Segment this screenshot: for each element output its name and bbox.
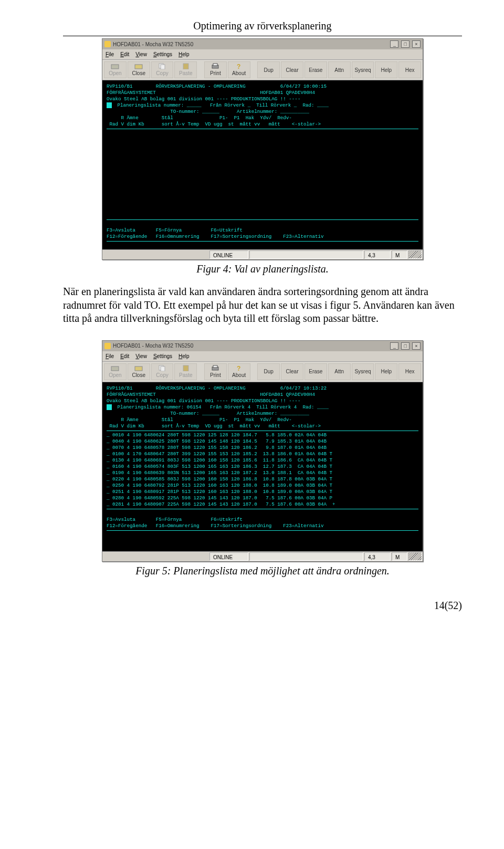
menubar: File Edit View Settings Help bbox=[102, 49, 423, 60]
paste-icon bbox=[182, 63, 190, 69]
print-button[interactable]: Print bbox=[204, 61, 227, 78]
window-title: HOFDAB01 - Mocha W32 TN5250 bbox=[113, 41, 193, 48]
svg-rect-11 bbox=[161, 366, 165, 371]
document-page: Optimering av rörverksplanering HOFDAB01… bbox=[0, 0, 504, 631]
body-paragraph: När en planeringslista är vald kan använ… bbox=[63, 285, 462, 326]
attn-button[interactable]: Attn bbox=[328, 61, 351, 78]
folder-closed-icon bbox=[134, 365, 143, 371]
menubar: File Edit View Settings Help bbox=[102, 351, 423, 362]
close-button[interactable]: × bbox=[412, 40, 421, 48]
sysreq-button[interactable]: Sysreq bbox=[352, 61, 374, 78]
printer-icon bbox=[211, 365, 219, 371]
toolbar: Open Close Copy Paste Print ?About Dup C… bbox=[102, 362, 423, 382]
erase-button[interactable]: Erase bbox=[304, 363, 327, 380]
close-button[interactable]: × bbox=[412, 342, 421, 350]
dup-button[interactable]: Dup bbox=[257, 61, 280, 78]
table-row: _ 0251 4 190 6480917 281P 513 1220 160 1… bbox=[107, 489, 332, 495]
clear-button[interactable]: Clear bbox=[281, 61, 303, 78]
status-pos: 4,3 bbox=[364, 250, 391, 259]
status-bar: ONLINE 4,3 M bbox=[102, 551, 423, 561]
table-row: _ 0160 4 190 6480574 803F 513 1200 165 1… bbox=[107, 464, 332, 469]
close-button-tb[interactable]: Close bbox=[128, 61, 150, 78]
svg-text:?: ? bbox=[237, 365, 240, 371]
folder-icon bbox=[111, 63, 119, 69]
question-icon: ? bbox=[235, 63, 243, 69]
minimize-button[interactable]: _ bbox=[390, 40, 398, 48]
terminal-cursor bbox=[107, 404, 112, 410]
status-online: ONLINE bbox=[209, 552, 248, 561]
status-mode: M bbox=[392, 552, 407, 561]
status-pos: 4,3 bbox=[364, 552, 391, 561]
figure5-caption: Figur 5: Planeringslista med möjlighet a… bbox=[63, 564, 462, 578]
help-button-tb[interactable]: Help bbox=[375, 363, 397, 380]
printer-icon bbox=[211, 63, 219, 69]
status-mode: M bbox=[392, 250, 407, 259]
table-row: _ 0190 4 190 6480639 803N 513 1200 165 1… bbox=[107, 470, 332, 476]
app-icon bbox=[104, 343, 111, 349]
terminal-screen-1[interactable]: RVP110/B1 RÖRVERKSPLANERING - OMPLANERIN… bbox=[102, 80, 423, 249]
status-online: ONLINE bbox=[209, 250, 248, 259]
table-row: _ 0250 4 190 6480792 281P 513 1220 160 1… bbox=[107, 483, 332, 488]
figure4-caption: Figur 4: Val av planeringslista. bbox=[63, 262, 462, 276]
toolbar: Open Close Copy Paste Print ?About Dup C… bbox=[102, 60, 423, 80]
menu-view[interactable]: View bbox=[135, 51, 147, 58]
titlebar: HOFDAB01 - Mocha W32 TN5250 _ □ × bbox=[102, 341, 423, 351]
close-button-tb[interactable]: Close bbox=[128, 363, 150, 380]
resize-grip[interactable] bbox=[408, 250, 422, 259]
app-icon bbox=[104, 41, 111, 47]
paste-button[interactable]: Paste bbox=[174, 61, 197, 78]
clear-button[interactable]: Clear bbox=[281, 363, 303, 380]
status-bar: ONLINE 4,3 M bbox=[102, 249, 423, 259]
about-button[interactable]: ?About bbox=[228, 363, 250, 380]
hex-button[interactable]: Hex bbox=[398, 61, 421, 78]
menu-file[interactable]: File bbox=[106, 353, 114, 360]
menu-settings[interactable]: Settings bbox=[153, 353, 172, 360]
about-button[interactable]: ?About bbox=[228, 61, 250, 78]
resize-grip[interactable] bbox=[408, 552, 422, 561]
copy-button[interactable]: Copy bbox=[151, 61, 174, 78]
folder-icon bbox=[111, 365, 119, 371]
menu-edit[interactable]: Edit bbox=[120, 353, 129, 360]
minimize-button[interactable]: _ bbox=[390, 342, 398, 350]
svg-rect-0 bbox=[111, 65, 119, 69]
svg-rect-3 bbox=[161, 65, 165, 69]
page-header: Optimering av rörverksplanering bbox=[63, 19, 462, 36]
menu-view[interactable]: View bbox=[135, 353, 147, 360]
maximize-button[interactable]: □ bbox=[401, 342, 410, 350]
copy-button[interactable]: Copy bbox=[151, 363, 174, 380]
folder-closed-icon bbox=[134, 63, 143, 69]
svg-rect-12 bbox=[183, 365, 188, 371]
copy-icon bbox=[158, 365, 166, 371]
maximize-button[interactable]: □ bbox=[401, 40, 410, 48]
menu-file[interactable]: File bbox=[106, 51, 114, 58]
table-row: _ 0130 4 190 6480691 803J 598 1200 160 1… bbox=[107, 457, 332, 463]
window-title: HOFDAB01 - Mocha W32 TN5250 bbox=[113, 342, 193, 349]
svg-rect-9 bbox=[135, 366, 142, 371]
paste-button[interactable]: Paste bbox=[174, 363, 197, 380]
open-button[interactable]: Open bbox=[104, 61, 127, 78]
svg-rect-14 bbox=[213, 365, 217, 368]
svg-rect-6 bbox=[213, 64, 217, 66]
print-button[interactable]: Print bbox=[204, 363, 227, 380]
hex-button[interactable]: Hex bbox=[398, 363, 421, 380]
menu-settings[interactable]: Settings bbox=[153, 51, 172, 58]
table-row: _ 0280 4 190 6480592 225A 598 1220 145 1… bbox=[107, 495, 332, 501]
terminal-window-fig4: HOFDAB01 - Mocha W32 TN5250 _ □ × File E… bbox=[102, 38, 423, 260]
dup-button[interactable]: Dup bbox=[257, 363, 280, 380]
table-row: _ 0010 4 190 6480624 280T 598 1220 125 1… bbox=[107, 432, 327, 438]
svg-text:?: ? bbox=[237, 63, 240, 69]
sysreq-button[interactable]: Sysreq bbox=[352, 363, 374, 380]
open-button[interactable]: Open bbox=[104, 363, 127, 380]
menu-help[interactable]: Help bbox=[178, 353, 190, 360]
terminal-screen-2[interactable]: RVP110/B1 RÖRVERKSPLANERING - OMPLANERIN… bbox=[102, 382, 423, 551]
svg-rect-1 bbox=[135, 65, 142, 69]
svg-rect-4 bbox=[183, 64, 188, 69]
question-icon: ? bbox=[235, 365, 243, 371]
erase-button[interactable]: Erase bbox=[304, 61, 327, 78]
menu-edit[interactable]: Edit bbox=[120, 51, 129, 58]
attn-button[interactable]: Attn bbox=[328, 363, 351, 380]
menu-help[interactable]: Help bbox=[178, 51, 190, 58]
table-row: _ 0100 4 170 6480647 280T 399 1220 155 1… bbox=[107, 451, 332, 457]
terminal-window-fig5: HOFDAB01 - Mocha W32 TN5250 _ □ × File E… bbox=[102, 340, 423, 562]
help-button-tb[interactable]: Help bbox=[375, 61, 397, 78]
